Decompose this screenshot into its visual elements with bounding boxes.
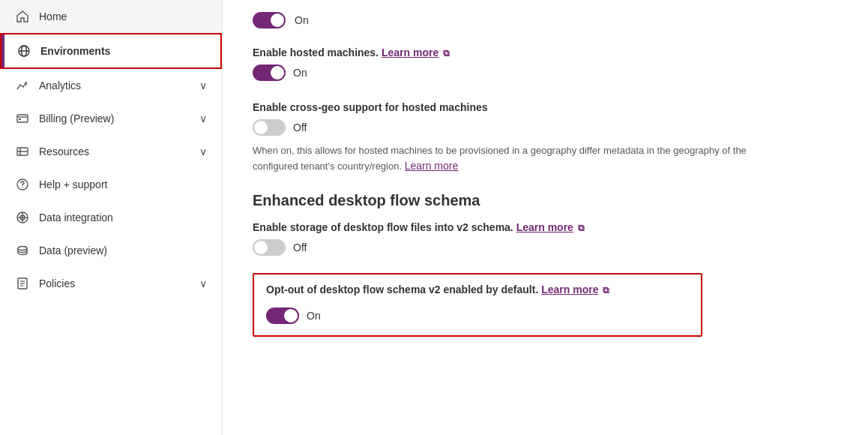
opt-out-setting-title: Opt-out of desktop flow schema v2 enable… xyxy=(266,284,689,296)
sidebar-item-data-preview-label: Data (preview) xyxy=(39,244,207,256)
sidebar-item-resources-label: Resources xyxy=(39,146,190,158)
cross-geo-toggle-label: Off xyxy=(293,122,307,134)
opt-out-toggle-label: On xyxy=(307,310,321,322)
storage-setting-title: Enable storage of desktop flow files int… xyxy=(253,221,838,233)
sidebar-item-analytics-label: Analytics xyxy=(39,80,190,92)
sidebar-item-help-label: Help + support xyxy=(39,178,207,190)
enhanced-schema-section: Enhanced desktop flow schema Enable stor… xyxy=(253,192,838,338)
help-icon xyxy=(15,177,30,192)
cross-geo-toggle-slider[interactable] xyxy=(253,119,286,136)
storage-learn-more[interactable]: Learn more xyxy=(516,221,573,233)
analytics-icon xyxy=(15,78,30,93)
sidebar-item-policies[interactable]: Policies ∨ xyxy=(0,267,222,300)
hosted-machines-toggle[interactable] xyxy=(253,64,286,81)
sidebar-item-environments[interactable]: Environments xyxy=(0,33,222,69)
home-icon xyxy=(15,9,30,24)
opt-out-toggle[interactable] xyxy=(266,308,299,324)
enhanced-schema-heading: Enhanced desktop flow schema xyxy=(253,192,838,209)
svg-rect-3 xyxy=(17,115,28,122)
sidebar: Home Environments Analytics ∨ xyxy=(0,0,223,435)
top-toggle-label: On xyxy=(295,14,309,26)
sidebar-item-home-label: Home xyxy=(39,10,207,22)
sidebar-item-billing-label: Billing (Preview) xyxy=(39,112,190,124)
opt-out-external-icon: ⧉ xyxy=(603,285,609,296)
top-toggle-section: On xyxy=(253,12,838,28)
storage-toggle[interactable] xyxy=(253,239,286,256)
sidebar-item-home[interactable]: Home xyxy=(0,0,222,33)
sidebar-item-data-integration-label: Data integration xyxy=(39,212,207,224)
sidebar-item-resources[interactable]: Resources ∨ xyxy=(0,135,222,168)
hosted-machines-section: Enable hosted machines. Learn more ⧉ On xyxy=(253,46,838,83)
data-preview-icon xyxy=(15,243,30,258)
opt-out-toggle-slider[interactable] xyxy=(266,308,299,324)
hosted-machines-learn-more[interactable]: Learn more xyxy=(382,46,438,58)
hosted-machines-toggle-slider[interactable] xyxy=(253,64,286,81)
storage-toggle-container: Off xyxy=(253,239,307,256)
globe-icon xyxy=(16,44,31,58)
sidebar-item-environments-label: Environments xyxy=(40,45,205,57)
svg-point-10 xyxy=(22,187,22,188)
data-integration-icon xyxy=(15,210,30,225)
sidebar-item-analytics[interactable]: Analytics ∨ xyxy=(0,69,222,102)
top-toggle-slider[interactable] xyxy=(253,12,286,28)
policies-chevron-icon: ∨ xyxy=(199,278,207,290)
resources-chevron-icon: ∨ xyxy=(199,146,207,158)
cross-geo-learn-more[interactable]: Learn more xyxy=(405,160,459,172)
main-content: On Enable hosted machines. Learn more ⧉ … xyxy=(223,0,868,435)
top-toggle-container: On xyxy=(253,12,838,28)
analytics-chevron-icon: ∨ xyxy=(199,80,207,92)
opt-out-highlighted-box: Opt-out of desktop flow schema v2 enable… xyxy=(253,273,702,337)
opt-out-toggle-container: On xyxy=(266,308,321,324)
svg-point-15 xyxy=(18,247,27,250)
hosted-machines-toggle-label: On xyxy=(293,67,307,79)
storage-external-icon: ⧉ xyxy=(578,223,585,233)
resources-icon xyxy=(15,144,30,159)
storage-setting: Enable storage of desktop flow files int… xyxy=(253,221,838,258)
top-toggle[interactable] xyxy=(253,12,286,28)
opt-out-learn-more[interactable]: Learn more xyxy=(541,284,598,296)
storage-toggle-label: Off xyxy=(293,242,307,254)
hosted-machines-toggle-container: On xyxy=(253,64,307,81)
billing-chevron-icon: ∨ xyxy=(199,112,207,124)
cross-geo-title: Enable cross-geo support for hosted mach… xyxy=(253,101,838,113)
hosted-machines-external-icon: ⧉ xyxy=(443,48,450,58)
svg-rect-5 xyxy=(19,118,21,120)
sidebar-item-data-preview[interactable]: Data (preview) xyxy=(0,234,222,267)
sidebar-item-billing[interactable]: Billing (Preview) ∨ xyxy=(0,102,222,135)
billing-icon xyxy=(15,111,30,126)
sidebar-item-help[interactable]: Help + support xyxy=(0,168,222,201)
cross-geo-section: Enable cross-geo support for hosted mach… xyxy=(253,101,838,174)
hosted-machines-title: Enable hosted machines. Learn more ⧉ xyxy=(253,46,838,58)
cross-geo-toggle-container: Off xyxy=(253,119,307,136)
storage-toggle-slider[interactable] xyxy=(253,239,286,256)
sidebar-item-data-integration[interactable]: Data integration xyxy=(0,201,222,234)
policies-icon xyxy=(15,276,30,291)
cross-geo-toggle[interactable] xyxy=(253,119,286,136)
cross-geo-description: When on, this allows for hosted machines… xyxy=(253,143,777,174)
sidebar-item-policies-label: Policies xyxy=(39,278,190,290)
